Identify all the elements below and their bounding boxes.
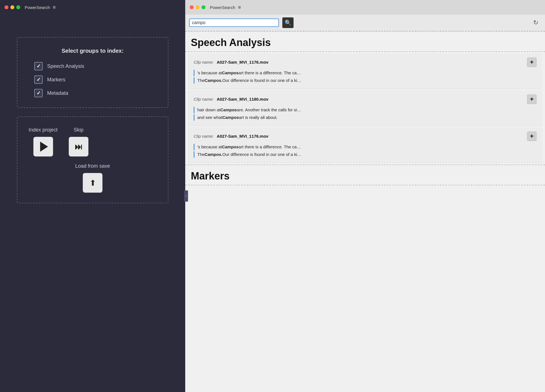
checkbox-metadata-box[interactable]: ✓ <box>34 89 43 97</box>
left-title-bar: PowerSearch ≡ <box>0 0 185 15</box>
highlight-2-1: Campos <box>220 107 237 113</box>
clip-name-1: Clip name: A027-Sam_MVI_1176.mov <box>194 60 268 65</box>
checkbox-group: ✓ Speech Analysis ✓ Markers ✓ Metadata <box>29 62 157 97</box>
skip-button[interactable]: ⏭ <box>69 137 88 156</box>
left-content: Select groups to index: ✓ Speech Analysi… <box>0 15 185 392</box>
clip-text-line-2-1: hair down at Campos are. Another track t… <box>194 107 537 113</box>
refresh-button[interactable]: ↻ <box>530 17 541 28</box>
play-icon <box>40 142 48 152</box>
refresh-icon: ↻ <box>533 19 538 26</box>
clip-header-1: Clip name: A027-Sam_MVI_1176.mov + <box>194 57 537 67</box>
clip-name-2: Clip name: A027-Sam_MVI_1180.mov <box>194 97 268 102</box>
highlight-1-1: Campos <box>222 70 239 76</box>
select-groups-box: Select groups to index: ✓ Speech Analysi… <box>17 37 168 108</box>
clip-card-2: Clip name: A027-Sam_MVI_1180.mov + hair … <box>188 91 542 126</box>
checkbox-speech-analysis-box[interactable]: ✓ <box>34 62 43 70</box>
right-close-button[interactable] <box>190 5 194 9</box>
load-from-save-label: Load from save <box>75 163 110 169</box>
collapse-handle[interactable]: › <box>184 190 188 202</box>
checkbox-markers[interactable]: ✓ Markers <box>34 75 157 84</box>
checkbox-speech-analysis[interactable]: ✓ Speech Analysis <box>34 62 157 70</box>
divider-markers-bottom <box>185 185 545 185</box>
left-menu-icon[interactable]: ≡ <box>53 4 56 10</box>
clip-name-3: Clip name: A027-Sam_MVI_1176.mov <box>194 134 268 139</box>
skip-item: Skip ⏭ <box>69 127 88 156</box>
clip-header-2: Clip name: A027-Sam_MVI_1180.mov + <box>194 94 537 104</box>
highlight-1-2: Campos. <box>205 77 222 84</box>
clip-add-button-1[interactable]: + <box>527 57 537 67</box>
clip-name-value-1: A027-Sam_MVI_1176.mov <box>217 60 268 64</box>
clip-text-line-3-2: The Campos. Our difference is found in o… <box>194 151 537 158</box>
search-icon: 🔍 <box>285 19 292 26</box>
clip-name-label-3: Clip name: <box>194 134 214 139</box>
load-from-save-button[interactable]: ⬆ <box>83 173 102 193</box>
load-from-save-section: Load from save ⬆ <box>29 163 157 193</box>
right-title-bar: PowerSearch ≡ <box>185 0 545 15</box>
checkmark-speech: ✓ <box>36 64 41 69</box>
section-header-speech-analysis: Speech Analysis <box>185 32 545 51</box>
search-input-wrap <box>189 19 279 27</box>
traffic-lights <box>4 5 20 9</box>
index-project-item: Index project <box>29 127 58 156</box>
checkmark-markers: ✓ <box>36 77 41 82</box>
checkbox-markers-label: Markers <box>47 77 65 83</box>
select-groups-title: Select groups to index: <box>29 48 157 54</box>
skip-label: Skip <box>74 127 84 133</box>
clip-name-label-2: Clip name: <box>194 97 214 102</box>
checkbox-metadata[interactable]: ✓ Metadata <box>34 89 157 97</box>
clip-text-line-1-2: The Campos. Our difference is found in o… <box>194 77 537 84</box>
index-project-button[interactable] <box>33 137 53 156</box>
search-input[interactable] <box>192 20 276 25</box>
divider-speech <box>185 51 545 52</box>
clip-name-value-2: A027-Sam_MVI_1180.mov <box>217 97 268 102</box>
clip-name-value-3: A027-Sam_MVI_1176.mov <box>217 134 268 139</box>
clip-name-label-1: Clip name: <box>194 60 214 64</box>
clip-card-1: Clip name: A027-Sam_MVI_1176.mov + 's be… <box>188 54 542 89</box>
right-minimize-button[interactable] <box>196 5 200 9</box>
actions-box: Index project Skip ⏭ Load from save ⬆ <box>17 116 168 203</box>
clip-add-button-2[interactable]: + <box>527 94 537 104</box>
right-traffic-lights <box>190 5 205 9</box>
clip-text-line-1-1: 's because at Campos art there is a diff… <box>194 70 537 76</box>
search-bar: 🔍 ↻ <box>185 15 545 31</box>
clip-add-button-3[interactable]: + <box>527 132 537 141</box>
skip-forward-icon: ⏭ <box>75 142 83 151</box>
right-maximize-button[interactable] <box>201 5 205 9</box>
checkbox-markers-box[interactable]: ✓ <box>34 75 43 84</box>
clip-card-3: Clip name: A027-Sam_MVI_1176.mov + 's be… <box>188 128 542 163</box>
clip-header-3: Clip name: A027-Sam_MVI_1176.mov + <box>194 132 537 141</box>
maximize-button[interactable] <box>16 5 20 9</box>
clip-text-line-2-2: and see what Campos art is really all ab… <box>194 114 537 121</box>
highlight-3-1: Campos <box>222 144 239 150</box>
upload-icon: ⬆ <box>90 178 96 188</box>
clip-text-line-3-1: 's because at Campos art there is a diff… <box>194 144 537 150</box>
right-panel: PowerSearch ≡ 🔍 ↻ Speech Analysis Clip n… <box>185 0 545 392</box>
checkbox-speech-label: Speech Analysis <box>47 63 84 69</box>
highlight-3-2: Campos. <box>205 151 222 158</box>
right-menu-icon[interactable]: ≡ <box>238 4 241 10</box>
left-app-title: PowerSearch <box>25 5 50 10</box>
close-button[interactable] <box>4 5 8 9</box>
checkbox-metadata-label: Metadata <box>47 90 68 96</box>
right-app-title: PowerSearch <box>210 5 235 10</box>
minimize-button[interactable] <box>10 5 14 9</box>
results-container: Speech Analysis Clip name: A027-Sam_MVI_… <box>185 31 545 392</box>
checkmark-metadata: ✓ <box>36 91 41 96</box>
search-button[interactable]: 🔍 <box>282 17 294 28</box>
section-header-markers: Markers <box>185 165 545 185</box>
highlight-2-2: Campos <box>222 114 239 121</box>
left-panel: PowerSearch ≡ Select groups to index: ✓ … <box>0 0 185 392</box>
action-row: Index project Skip ⏭ <box>29 127 157 156</box>
index-project-label: Index project <box>29 127 58 133</box>
